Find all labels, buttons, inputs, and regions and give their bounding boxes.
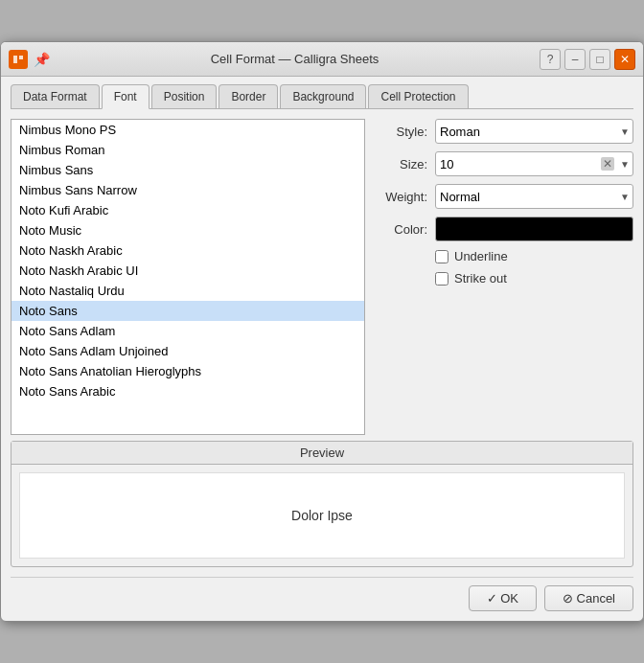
style-row: Style: Roman Italic Bold Bold Italic ▼ [375,119,633,144]
app-icon [9,50,28,69]
underline-label[interactable]: Underline [454,249,508,263]
color-label: Color: [375,222,427,237]
ok-button[interactable]: ✓ OK [469,585,537,611]
font-list-item[interactable]: Noto Sans Anatolian Hieroglyphs [12,361,364,381]
tab-border[interactable]: Border [218,84,278,108]
tab-data-format[interactable]: Data Format [11,84,100,108]
weight-label: Weight: [375,190,427,204]
tab-background[interactable]: Background [280,84,366,108]
preview-section: Preview Dolor Ipse [11,441,633,567]
tab-font[interactable]: Font [102,84,150,109]
font-list-item[interactable]: Nimbus Roman [12,140,364,160]
weight-select-wrapper: Normal Light Bold Black ▼ [435,184,633,209]
maximize-button[interactable]: □ [589,49,610,70]
preview-header: Preview [12,442,632,465]
cell-format-dialog: 📌 Cell Format — Calligra Sheets ? – □ ✕ … [0,41,644,622]
size-row: Size: ✕ ▼ [375,151,633,176]
font-list-item[interactable]: Noto Naskh Arabic [12,240,364,261]
color-swatch[interactable] [435,217,633,241]
svg-rect-2 [19,56,23,59]
font-list-item[interactable]: Noto Nastaliq Urdu [12,281,364,301]
svg-rect-1 [13,56,17,63]
titlebar-left: 📌 [9,50,50,69]
font-list-item[interactable]: Noto Sans Arabic [12,381,364,401]
weight-row: Weight: Normal Light Bold Black ▼ [375,184,633,209]
size-clear-button[interactable]: ✕ [601,157,614,171]
main-area: Nimbus Mono PSNimbus RomanNimbus SansNim… [11,119,633,435]
font-list[interactable]: Nimbus Mono PSNimbus RomanNimbus SansNim… [11,119,365,435]
titlebar: 📌 Cell Format — Calligra Sheets ? – □ ✕ [1,42,643,77]
buttons-row: ✓ OK ⊘ Cancel [11,577,633,611]
style-label: Style: [375,125,427,139]
style-select[interactable]: Roman Italic Bold Bold Italic [435,119,633,144]
font-list-item[interactable]: Noto Sans [12,301,364,321]
font-list-item[interactable]: Noto Sans Adlam [12,321,364,341]
strikeout-checkbox[interactable] [435,272,448,286]
underline-row: Underline [375,249,633,263]
tabs-bar: Data Format Font Position Border Backgro… [11,84,633,109]
titlebar-controls: ? – □ ✕ [540,49,635,70]
strikeout-row: Strike out [375,271,633,286]
preview-text: Dolor Ipse [291,508,353,523]
underline-checkbox[interactable] [435,250,448,263]
right-panel: Style: Roman Italic Bold Bold Italic ▼ S… [375,119,633,435]
font-list-item[interactable]: Noto Naskh Arabic UI [12,261,364,281]
font-list-item[interactable]: Noto Kufi Arabic [12,200,364,220]
font-list-item[interactable]: Noto Sans Adlam Unjoined [12,341,364,361]
font-list-item[interactable]: Noto Music [12,220,364,240]
font-list-item[interactable]: Nimbus Sans [12,160,364,180]
size-label: Size: [375,157,427,171]
tab-cell-protection[interactable]: Cell Protection [368,84,468,108]
titlebar-pin-icon[interactable]: 📌 [34,52,50,67]
tab-position[interactable]: Position [151,84,218,108]
style-select-wrapper: Roman Italic Bold Bold Italic ▼ [435,119,633,144]
dialog-content: Data Format Font Position Border Backgro… [1,77,643,621]
titlebar-title: Cell Format — Calligra Sheets [50,52,540,66]
font-list-container: Nimbus Mono PSNimbus RomanNimbus SansNim… [11,119,365,435]
preview-content: Dolor Ipse [19,472,625,559]
close-button[interactable]: ✕ [614,49,635,70]
font-list-item[interactable]: Nimbus Mono PS [12,120,364,140]
size-input-wrapper: ✕ ▼ [435,151,633,176]
font-list-item[interactable]: Nimbus Sans Narrow [12,180,364,200]
minimize-button[interactable]: – [564,49,586,70]
weight-select[interactable]: Normal Light Bold Black [435,184,633,209]
cancel-button[interactable]: ⊘ Cancel [544,585,633,611]
help-button[interactable]: ? [540,49,561,70]
strikeout-label[interactable]: Strike out [454,271,507,286]
color-row: Color: [375,217,633,241]
